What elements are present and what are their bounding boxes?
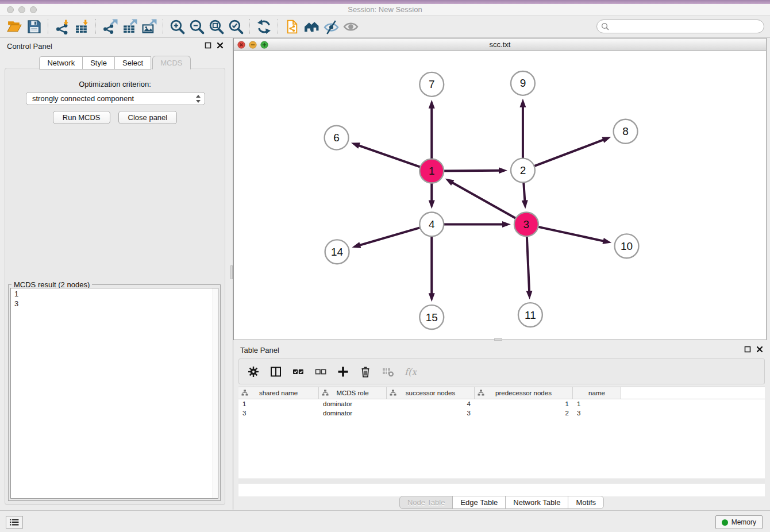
export-image-button[interactable] — [139, 17, 159, 36]
cell-MCDS-role[interactable]: dominator — [319, 408, 387, 418]
zoom-selected-button[interactable] — [226, 17, 245, 36]
save-session-icon — [26, 19, 42, 34]
tab-edge-table[interactable]: Edge Table — [452, 496, 506, 509]
cell-name[interactable]: 1 — [573, 399, 621, 408]
column-header-successor-nodes[interactable]: successor nodes — [387, 387, 475, 399]
export-network-button[interactable] — [100, 17, 120, 36]
show-graphics-details-button[interactable] — [341, 17, 360, 36]
deselect-all-icon — [314, 365, 327, 378]
column-header-name[interactable]: name — [573, 387, 621, 399]
table-panel-title: Table Panel — [240, 346, 279, 354]
memory-button[interactable]: Memory — [715, 515, 763, 529]
cell-shared-name[interactable]: 1 — [238, 399, 319, 408]
optimization-criterion-select[interactable]: strongly connected component — [26, 92, 205, 105]
network-frame-titlebar[interactable]: scc.txt — [234, 38, 766, 51]
cell-name[interactable]: 3 — [573, 408, 621, 418]
import-table-icon — [74, 19, 90, 34]
node-label-7: 7 — [429, 78, 435, 90]
table-row[interactable]: 3dominator323 — [238, 408, 765, 418]
float-table-panel-icon[interactable] — [744, 346, 751, 353]
network-frame: scc.txt 7968124314101511 — [233, 38, 767, 340]
tab-node-table[interactable]: Node Table — [399, 496, 453, 509]
select-all-icon — [292, 365, 305, 378]
toolbar-separator — [48, 19, 48, 34]
edge-arrow-2-9 — [519, 99, 526, 107]
tab-style[interactable]: Style — [82, 56, 115, 70]
column-label: successor nodes — [406, 390, 455, 396]
close-panel-icon[interactable] — [217, 42, 224, 49]
column-settings-button[interactable] — [247, 365, 260, 378]
horizontal-splitter-handle[interactable] — [494, 338, 502, 341]
home-icon — [304, 19, 319, 34]
node-label-2: 2 — [520, 164, 526, 176]
save-session-button[interactable] — [24, 17, 44, 36]
import-network-icon — [55, 19, 70, 34]
node-label-9: 9 — [520, 77, 526, 89]
float-panel-icon[interactable] — [205, 42, 211, 49]
cell-MCDS-role[interactable]: dominator — [319, 399, 387, 408]
tab-mcds[interactable]: MCDS — [152, 56, 190, 70]
edge-2-3[interactable] — [523, 182, 525, 202]
zoom-fit-button[interactable] — [206, 17, 226, 36]
column-header-shared-name[interactable]: shared name — [238, 387, 319, 399]
tab-motifs[interactable]: Motifs — [568, 496, 604, 509]
table-panel: Table Panel f(x) shared nameMCDS rolesuc… — [233, 342, 770, 510]
new-network-from-selection-icon — [284, 19, 300, 34]
edge-4-14[interactable] — [359, 228, 421, 245]
window-title: Session: New Session — [0, 5, 770, 14]
hide-graphics-details-button[interactable] — [321, 17, 341, 36]
run-mcds-button[interactable]: Run MCDS — [53, 111, 110, 124]
mcds-result-textarea[interactable]: 1 3 — [10, 288, 218, 499]
toolbar-separator — [95, 19, 96, 34]
cell-shared-name[interactable]: 3 — [238, 408, 319, 418]
select-all-button[interactable] — [292, 365, 305, 378]
edge-3-1[interactable] — [452, 182, 517, 219]
column-header-predecessor-nodes[interactable]: predecessor nodes — [475, 387, 573, 399]
delete-column-button[interactable] — [359, 365, 372, 378]
toolbar-separator — [249, 19, 250, 34]
export-table-button[interactable] — [120, 17, 139, 36]
cell-successor-nodes[interactable]: 4 — [387, 399, 475, 408]
zoom-out-icon — [189, 19, 205, 34]
cell-predecessor-nodes[interactable]: 2 — [475, 408, 573, 418]
edge-arrow-3-1 — [445, 179, 455, 186]
edge-1-2[interactable] — [442, 171, 500, 171]
edge-1-6[interactable] — [358, 145, 421, 167]
table-row[interactable]: 1dominator411 — [238, 399, 765, 408]
edge-arrow-3-11 — [526, 291, 533, 299]
tab-network[interactable]: Network — [39, 56, 83, 70]
close-table-panel-icon[interactable] — [756, 346, 763, 353]
column-header-MCDS-role[interactable]: MCDS role — [319, 387, 387, 399]
edge-3-11[interactable] — [527, 235, 529, 292]
tab-select[interactable]: Select — [114, 56, 151, 70]
task-history-button[interactable] — [6, 516, 23, 529]
toggle-panes-button[interactable] — [270, 365, 282, 378]
open-file-icon — [7, 19, 22, 34]
deselect-all-button[interactable] — [314, 365, 327, 378]
result-scrollbar[interactable] — [213, 288, 218, 498]
cell-predecessor-nodes[interactable]: 1 — [475, 399, 573, 408]
edge-3-10[interactable] — [537, 226, 604, 241]
edge-2-8[interactable] — [533, 140, 605, 167]
import-table-button[interactable] — [72, 17, 91, 36]
cell-successor-nodes[interactable]: 3 — [387, 408, 475, 418]
app-window: Session: New Session Control Panel Netwo… — [0, 0, 770, 532]
zoom-in-button[interactable] — [167, 17, 187, 36]
main-toolbar — [0, 16, 770, 38]
add-column-button[interactable] — [337, 365, 349, 378]
node-table-header: shared nameMCDS rolesuccessor nodesprede… — [238, 387, 765, 399]
edge-arrow-4-15 — [429, 293, 435, 302]
vertical-splitter-handle[interactable] — [230, 265, 233, 279]
network-canvas[interactable]: 7968124314101511 — [234, 51, 766, 340]
close-panel-button[interactable]: Close panel — [118, 111, 178, 124]
open-file-button[interactable] — [5, 17, 24, 36]
edge-arrow-3-10 — [602, 238, 611, 244]
new-network-from-selection-button[interactable] — [282, 17, 302, 36]
zoom-out-button[interactable] — [187, 17, 206, 36]
edge-arrow-4-14 — [352, 242, 361, 248]
apply-layout-button[interactable] — [254, 17, 274, 36]
home-button[interactable] — [302, 17, 321, 36]
tab-network-table[interactable]: Network Table — [505, 496, 568, 509]
search-input[interactable] — [596, 20, 764, 33]
import-network-button[interactable] — [52, 17, 72, 36]
